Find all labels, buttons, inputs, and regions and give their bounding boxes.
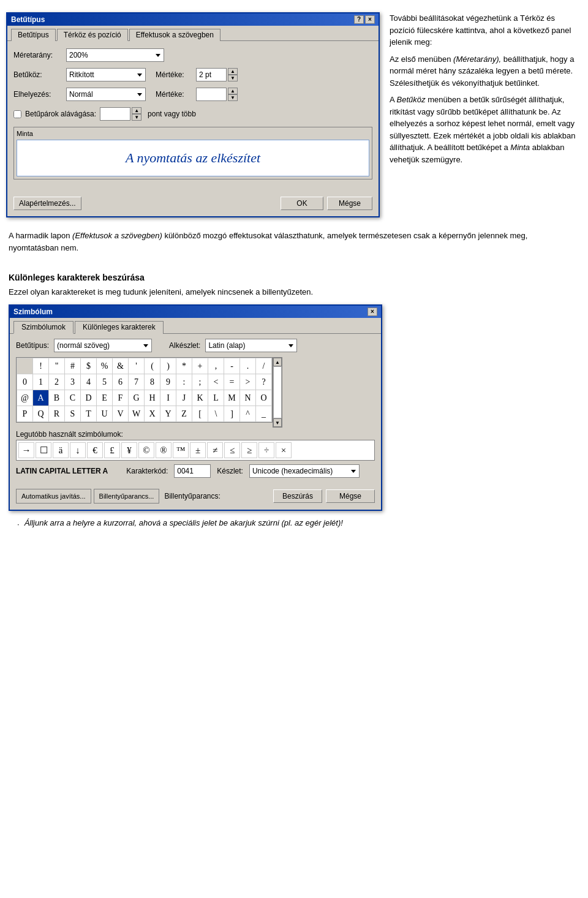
char-cell[interactable]: .	[240, 358, 256, 374]
char-cell[interactable]: !	[33, 358, 49, 374]
recent-char-neq[interactable]: ≠	[207, 442, 223, 458]
char-cell[interactable]: K	[192, 390, 208, 406]
spinner-up[interactable]: ▲	[228, 68, 238, 75]
alapertelmezs-button[interactable]: Alapértelmezés...	[13, 197, 81, 210]
char-cell[interactable]: N	[240, 390, 256, 406]
char-cell[interactable]: J	[176, 390, 192, 406]
char-cell[interactable]: @	[17, 390, 33, 406]
char-cell[interactable]: $	[81, 358, 97, 374]
char-cell[interactable]: \	[208, 406, 224, 422]
betuparak-input[interactable]	[100, 107, 130, 121]
char-cell-selected[interactable]: A	[33, 390, 49, 406]
keszlet-select[interactable]: Unicode (hexadecimális)	[249, 464, 360, 478]
char-cell[interactable]: (	[145, 358, 160, 374]
megse-button[interactable]: Mégse	[327, 197, 372, 210]
char-cell[interactable]: '	[129, 358, 145, 374]
char-cell[interactable]: +	[192, 358, 208, 374]
char-cell[interactable]: >	[240, 374, 256, 390]
spinner-down[interactable]: ▼	[228, 75, 238, 81]
char-cell[interactable]: P	[17, 406, 33, 422]
bill-parancs-button[interactable]: Billentyűparancs...	[94, 489, 160, 504]
betuparak-up[interactable]: ▲	[132, 107, 141, 114]
char-cell[interactable]: O	[256, 390, 272, 406]
char-cell[interactable]: F	[113, 390, 129, 406]
recent-char-plusminus[interactable]: ±	[190, 442, 206, 458]
char-cell[interactable]: L	[208, 390, 224, 406]
char-cell[interactable]: V	[113, 406, 129, 422]
char-cell[interactable]: I	[160, 390, 176, 406]
recent-char-div[interactable]: ÷	[258, 442, 274, 458]
char-cell[interactable]: <	[208, 374, 224, 390]
recent-char-leq[interactable]: ≤	[224, 442, 240, 458]
char-cell[interactable]: U	[97, 406, 113, 422]
merteke2-input[interactable]	[196, 88, 227, 101]
szim-megse-button[interactable]: Mégse	[326, 489, 375, 503]
char-cell[interactable]: R	[49, 406, 65, 422]
recent-char-geq[interactable]: ≥	[241, 442, 257, 458]
char-cell[interactable]: 1	[33, 374, 49, 390]
char-cell[interactable]: G	[129, 390, 145, 406]
tab-betutipus[interactable]: Betűtípus	[11, 29, 56, 41]
char-cell[interactable]: &	[113, 358, 129, 374]
char-cell[interactable]: T	[81, 406, 97, 422]
char-cell[interactable]: M	[224, 390, 240, 406]
beszuras-button[interactable]: Beszúrás	[273, 489, 322, 503]
char-cell[interactable]	[17, 358, 33, 374]
char-cell[interactable]: ?	[256, 374, 272, 390]
char-cell[interactable]: Z	[176, 406, 192, 422]
recent-char-box[interactable]: ☐	[36, 442, 51, 458]
recent-char-yen[interactable]: ¥	[121, 442, 137, 458]
char-cell[interactable]: _	[256, 406, 272, 422]
char-cell[interactable]: W	[129, 406, 145, 422]
recent-char-down[interactable]: ↓	[70, 442, 86, 458]
ok-button[interactable]: OK	[281, 197, 323, 210]
recent-char-times[interactable]: ×	[276, 442, 292, 458]
scrollbar-track[interactable]	[273, 366, 282, 418]
char-cell[interactable]: H	[145, 390, 160, 406]
merteke-input[interactable]	[196, 68, 227, 81]
meretarany-select[interactable]: 200%	[66, 48, 164, 62]
char-cell[interactable]: )	[160, 358, 176, 374]
szim-tab-kulonleges[interactable]: Különleges karakterek	[75, 321, 164, 334]
scrollbar-up[interactable]: ▲	[273, 358, 282, 366]
betuparak-down[interactable]: ▼	[132, 114, 141, 121]
char-cell[interactable]: Y	[160, 406, 176, 422]
szim-tab-szimbolumok[interactable]: Szimbólumok	[13, 321, 74, 334]
spinner2-down[interactable]: ▼	[228, 94, 238, 101]
recent-char-euro[interactable]: €	[87, 442, 103, 458]
betuparak-checkbox[interactable]	[13, 110, 21, 118]
char-cell[interactable]: -	[224, 358, 240, 374]
char-cell[interactable]: 0	[17, 374, 33, 390]
alkeszlet-select[interactable]: Latin (alap)	[205, 339, 297, 352]
elhelyezes-select[interactable]: Normál	[66, 88, 146, 101]
char-code-input[interactable]	[174, 464, 211, 478]
char-cell[interactable]: 9	[160, 374, 176, 390]
char-cell[interactable]: D	[81, 390, 97, 406]
char-cell[interactable]: B	[49, 390, 65, 406]
char-cell[interactable]: 3	[65, 374, 81, 390]
char-cell[interactable]: 8	[145, 374, 160, 390]
char-cell[interactable]: *	[176, 358, 192, 374]
char-cell[interactable]: 2	[49, 374, 65, 390]
char-cell[interactable]: ;	[192, 374, 208, 390]
scrollbar-down[interactable]: ▼	[273, 418, 282, 427]
char-cell[interactable]: E	[97, 390, 113, 406]
auto-javitas-button[interactable]: Automatikus javítás...	[16, 489, 91, 504]
help-button[interactable]: ?	[354, 15, 364, 24]
char-cell[interactable]: Q	[33, 406, 49, 422]
char-cell[interactable]: ^	[240, 406, 256, 422]
recent-char-arrow[interactable]: →	[18, 442, 34, 458]
char-cell[interactable]: /	[256, 358, 272, 374]
char-cell[interactable]: 4	[81, 374, 97, 390]
char-cell[interactable]: ]	[224, 406, 240, 422]
char-cell[interactable]: =	[224, 374, 240, 390]
char-cell[interactable]: "	[49, 358, 65, 374]
recent-char-a-uml[interactable]: ä	[53, 442, 69, 458]
spinner2-up[interactable]: ▲	[228, 88, 238, 94]
szim-close-button[interactable]: ×	[368, 308, 377, 316]
char-cell[interactable]: %	[97, 358, 113, 374]
betutipus-select[interactable]: (normál szöveg)	[54, 339, 152, 352]
char-cell[interactable]: 5	[97, 374, 113, 390]
tab-terkoz[interactable]: Térköz és pozíció	[57, 29, 128, 41]
char-cell[interactable]: [	[192, 406, 208, 422]
